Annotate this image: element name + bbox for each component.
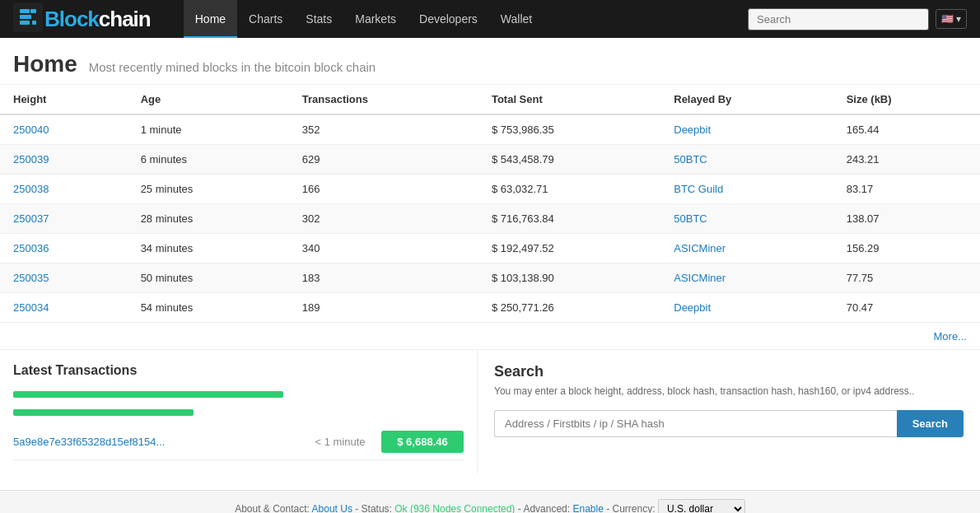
logo-block: Block <box>44 7 99 31</box>
table-row: 250035 50 minutes 183 $ 103,138.90 ASICM… <box>0 263 980 293</box>
cell-size-6: 70.47 <box>833 293 980 323</box>
tx-bar-1 <box>13 388 464 406</box>
tx-hash-link[interactable]: 5a9e8e7e33f65328d15ef8154... <box>13 436 299 448</box>
cell-sent-0: $ 753,986.35 <box>478 114 660 145</box>
page-subtitle: Most recently mined blocks in the bitcoi… <box>89 60 376 74</box>
page-title: Home <box>13 51 77 77</box>
table-row: 250038 25 minutes 166 $ 63,032.71 BTC Gu… <box>0 175 980 204</box>
cell-tx-3: 302 <box>289 204 478 234</box>
col-age: Age <box>128 85 289 114</box>
cell-sent-6: $ 250,771.26 <box>478 293 660 323</box>
relayed-link-3[interactable]: 50BTC <box>674 212 707 225</box>
footer-separator-1: - <box>355 503 361 513</box>
table-header-row: Height Age Transactions Total Sent Relay… <box>0 85 980 114</box>
search-description: You may enter a block height, address, b… <box>494 385 964 397</box>
cell-height-3: 250037 <box>0 204 128 234</box>
cell-relayed-4: ASICMiner <box>660 234 833 263</box>
svg-rect-5 <box>32 21 36 25</box>
col-relayed-by: Relayed By <box>660 85 833 114</box>
search-title: Search <box>494 363 964 380</box>
height-link-0[interactable]: 250040 <box>13 124 49 136</box>
cell-relayed-3: 50BTC <box>660 204 833 234</box>
footer-about-label: About & Contact: <box>235 503 310 513</box>
height-link-5[interactable]: 250035 <box>13 272 49 284</box>
navbar: Blockchain Home Charts Stats Markets Dev… <box>0 0 980 38</box>
cell-size-4: 156.29 <box>833 234 980 263</box>
search-button[interactable]: Search <box>897 410 964 437</box>
relayed-link-6[interactable]: Deepbit <box>674 301 711 314</box>
cell-tx-6: 189 <box>289 293 478 323</box>
table-row: 250034 54 minutes 189 $ 250,771.26 Deepb… <box>0 293 980 323</box>
nav-markets[interactable]: Markets <box>343 0 408 38</box>
table-row: 250039 6 minutes 629 $ 543,458.79 50BTC … <box>0 145 980 175</box>
relayed-link-1[interactable]: 50BTC <box>674 153 707 166</box>
height-link-4[interactable]: 250036 <box>13 242 49 254</box>
tx-progress-bar-1 <box>13 391 283 398</box>
latest-transactions-panel: Latest Transactions 5a9e8e7e33f65328d15e… <box>0 350 478 473</box>
more-link[interactable]: More... <box>934 330 967 343</box>
nav-home[interactable]: Home <box>184 0 237 38</box>
footer-status-link[interactable]: Ok (936 Nodes Connected) <box>394 503 515 513</box>
logo-text: Blockchain <box>44 7 151 32</box>
nav-search-input[interactable] <box>748 8 929 30</box>
cell-size-1: 243.21 <box>833 145 980 175</box>
height-link-1[interactable]: 250039 <box>13 153 49 166</box>
cell-age-4: 34 minutes <box>128 234 289 263</box>
search-box: Search <box>494 410 964 437</box>
nav-wallet[interactable]: Wallet <box>489 0 544 38</box>
nav-links: Home Charts Stats Markets Developers Wal… <box>184 0 748 38</box>
cell-sent-3: $ 716,763.84 <box>478 204 660 234</box>
cell-tx-2: 166 <box>289 175 478 204</box>
footer-status-label: Status: <box>362 503 392 513</box>
logo-chain: chain <box>99 7 151 31</box>
relayed-link-5[interactable]: ASICMiner <box>674 272 726 284</box>
table-row: 250040 1 minute 352 $ 753,986.35 Deepbit… <box>0 114 980 145</box>
relayed-link-2[interactable]: BTC Guild <box>674 183 723 195</box>
height-link-6[interactable]: 250034 <box>13 301 49 314</box>
search-main-input[interactable] <box>494 410 897 437</box>
footer-advanced-link[interactable]: Enable <box>572 503 603 513</box>
cell-tx-1: 629 <box>289 145 478 175</box>
cell-relayed-6: Deepbit <box>660 293 833 323</box>
footer: About & Contact: About Us - Status: Ok (… <box>0 490 980 513</box>
search-panel: Search You may enter a block height, add… <box>478 350 980 473</box>
cell-relayed-2: BTC Guild <box>660 175 833 204</box>
cell-size-0: 165.44 <box>833 114 980 145</box>
cell-size-2: 83.17 <box>833 175 980 204</box>
cell-age-1: 6 minutes <box>128 145 289 175</box>
currency-select[interactable]: U.S. dollarBitcoinEuroBritish Pound <box>658 499 745 513</box>
height-link-2[interactable]: 250038 <box>13 183 49 195</box>
svg-rect-1 <box>20 9 30 13</box>
nav-developers[interactable]: Developers <box>408 0 489 38</box>
cell-height-1: 250039 <box>0 145 128 175</box>
svg-rect-2 <box>20 15 31 19</box>
latest-tx-title: Latest Transactions <box>13 363 464 378</box>
cell-height-4: 250036 <box>0 234 128 263</box>
cell-age-6: 54 minutes <box>128 293 289 323</box>
cell-relayed-5: ASICMiner <box>660 263 833 293</box>
cell-size-3: 138.07 <box>833 204 980 234</box>
tx-progress-bar-2 <box>13 409 194 416</box>
table-row: 250036 34 minutes 340 $ 192,497.52 ASICM… <box>0 234 980 263</box>
cell-sent-4: $ 192,497.52 <box>478 234 660 263</box>
language-flag-button[interactable]: 🇺🇸 ▾ <box>936 9 967 29</box>
cell-size-5: 77.75 <box>833 263 980 293</box>
flag-icon: 🇺🇸 <box>941 13 954 25</box>
page-header: Home Most recently mined blocks in the b… <box>0 38 980 85</box>
footer-about-link[interactable]: About Us <box>312 503 352 513</box>
relayed-link-0[interactable]: Deepbit <box>674 124 711 136</box>
height-link-3[interactable]: 250037 <box>13 212 49 225</box>
cell-sent-2: $ 63,032.71 <box>478 175 660 204</box>
tx-amount-badge: $ 6,688.46 <box>381 431 464 453</box>
nav-charts[interactable]: Charts <box>237 0 294 38</box>
col-total-sent: Total Sent <box>478 85 660 114</box>
blocks-table: Height Age Transactions Total Sent Relay… <box>0 85 980 323</box>
cell-tx-4: 340 <box>289 234 478 263</box>
cell-tx-0: 352 <box>289 114 478 145</box>
logo-icon <box>13 2 43 32</box>
table-row: 250037 28 minutes 302 $ 716,763.84 50BTC… <box>0 204 980 234</box>
cell-age-5: 50 minutes <box>128 263 289 293</box>
cell-age-3: 28 minutes <box>128 204 289 234</box>
nav-stats[interactable]: Stats <box>294 0 343 38</box>
relayed-link-4[interactable]: ASICMiner <box>674 242 726 254</box>
